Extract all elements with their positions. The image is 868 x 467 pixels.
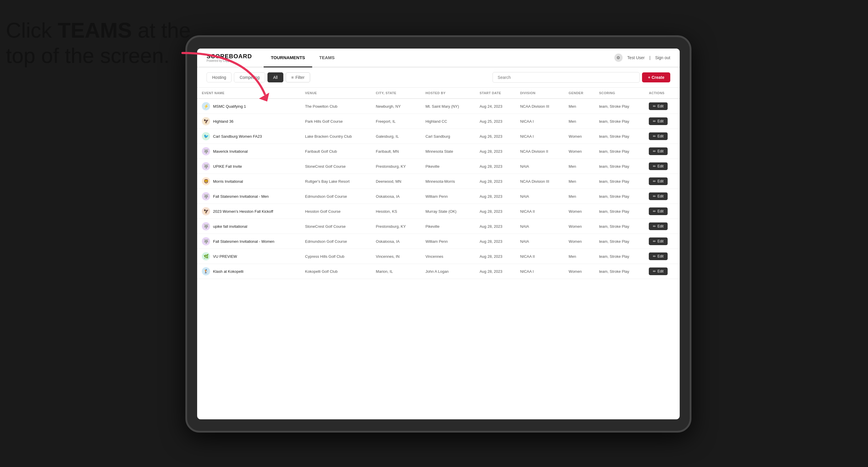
cell-actions-0: ✏ Edit bbox=[644, 99, 680, 114]
col-header-division: DIVISION bbox=[516, 88, 564, 99]
event-name-7: 2023 Women's Hesston Fall Kickoff bbox=[213, 209, 273, 214]
edit-btn-0[interactable]: ✏ Edit bbox=[649, 102, 668, 110]
cell-actions-6: ✏ Edit bbox=[644, 189, 680, 204]
col-header-gender: GENDER bbox=[564, 88, 594, 99]
edit-btn-7[interactable]: ✏ Edit bbox=[649, 208, 668, 215]
cell-division-10: NICAA II bbox=[516, 249, 564, 264]
cell-division-0: NCAA Division III bbox=[516, 99, 564, 114]
nav-signout[interactable]: Sign out bbox=[655, 55, 670, 60]
cell-hosted-9: William Penn bbox=[421, 234, 475, 249]
cell-venue-5: Ruttger's Bay Lake Resort bbox=[301, 174, 371, 189]
table-row: 🦅 Highland 36 Park Hills Golf Course Fre… bbox=[197, 114, 680, 129]
cell-scoring-5: team, Stroke Play bbox=[594, 174, 644, 189]
cell-event-9: 🐺 Fall Statesmen Invitational - Women bbox=[197, 234, 301, 249]
cell-date-11: Aug 28, 2023 bbox=[475, 264, 516, 279]
cell-venue-11: Kokopelli Golf Club bbox=[301, 264, 371, 279]
cell-venue-8: StoneCrest Golf Course bbox=[301, 219, 371, 234]
edit-btn-8[interactable]: ✏ Edit bbox=[649, 222, 668, 230]
cell-venue-2: Lake Bracken Country Club bbox=[301, 129, 371, 144]
edit-btn-10[interactable]: ✏ Edit bbox=[649, 252, 668, 260]
cell-division-3: NCAA Division II bbox=[516, 144, 564, 159]
cell-date-7: Aug 28, 2023 bbox=[475, 204, 516, 219]
team-icon-8: 🐺 bbox=[202, 222, 210, 230]
team-icon-4: 🐺 bbox=[202, 162, 210, 170]
filter-icon: ≡ bbox=[291, 75, 293, 80]
edit-btn-1[interactable]: ✏ Edit bbox=[649, 117, 668, 125]
cell-gender-10: Men bbox=[564, 249, 594, 264]
cell-gender-8: Women bbox=[564, 219, 594, 234]
team-icon-1: 🦅 bbox=[202, 117, 210, 125]
nav-username: Test User bbox=[627, 55, 645, 60]
cell-city-0: Newburgh, NY bbox=[371, 99, 421, 114]
cell-date-1: Aug 25, 2023 bbox=[475, 114, 516, 129]
cell-actions-10: ✏ Edit bbox=[644, 249, 680, 264]
team-icon-6: 🐺 bbox=[202, 192, 210, 200]
team-icon-10: 🌿 bbox=[202, 252, 210, 260]
cell-scoring-2: team, Stroke Play bbox=[594, 129, 644, 144]
edit-btn-9[interactable]: ✏ Edit bbox=[649, 238, 668, 245]
cell-actions-2: ✏ Edit bbox=[644, 129, 680, 144]
cell-city-9: Oskaloosa, IA bbox=[371, 234, 421, 249]
cell-hosted-5: Minnesota-Morris bbox=[421, 174, 475, 189]
cell-hosted-10: Vincennes bbox=[421, 249, 475, 264]
cell-event-1: 🦅 Highland 36 bbox=[197, 114, 301, 129]
col-header-actions: ACTIONS bbox=[644, 88, 680, 99]
cell-event-8: 🐺 upike fall invitational bbox=[197, 219, 301, 234]
edit-btn-2[interactable]: ✏ Edit bbox=[649, 132, 668, 140]
team-icon-7: 🦅 bbox=[202, 207, 210, 215]
create-btn[interactable]: + Create bbox=[642, 72, 670, 83]
edit-btn-6[interactable]: ✏ Edit bbox=[649, 192, 668, 200]
edit-btn-3[interactable]: ✏ Edit bbox=[649, 148, 668, 155]
cell-hosted-4: Pikeville bbox=[421, 159, 475, 174]
cell-scoring-7: team, Stroke Play bbox=[594, 204, 644, 219]
cell-date-10: Aug 28, 2023 bbox=[475, 249, 516, 264]
cell-scoring-4: team, Stroke Play bbox=[594, 159, 644, 174]
cell-city-6: Oskaloosa, IA bbox=[371, 189, 421, 204]
cell-division-11: NICAA I bbox=[516, 264, 564, 279]
filter-dropdown-btn[interactable]: ≡ Filter bbox=[286, 72, 310, 83]
user-icon: ⚙ bbox=[614, 54, 623, 62]
cell-event-4: 🐺 UPIKE Fall Invite bbox=[197, 159, 301, 174]
edit-icon-2: ✏ bbox=[653, 134, 656, 138]
cell-hosted-11: John A Logan bbox=[421, 264, 475, 279]
edit-icon-11: ✏ bbox=[653, 269, 656, 273]
cell-division-8: NAIA bbox=[516, 219, 564, 234]
edit-icon-10: ✏ bbox=[653, 254, 656, 258]
cell-venue-3: Faribault Golf Club bbox=[301, 144, 371, 159]
cell-actions-8: ✏ Edit bbox=[644, 219, 680, 234]
table-row: 🦁 Morris Invitational Ruttger's Bay Lake… bbox=[197, 174, 680, 189]
cell-division-1: NICAA I bbox=[516, 114, 564, 129]
table-row: 🏌️ Klash at Kokopelli Kokopelli Golf Clu… bbox=[197, 264, 680, 279]
cell-venue-0: The Powelton Club bbox=[301, 99, 371, 114]
cell-event-6: 🐺 Fall Statesmen Invitational - Men bbox=[197, 189, 301, 204]
cell-venue-1: Park Hills Golf Course bbox=[301, 114, 371, 129]
event-name-5: Morris Invitational bbox=[213, 179, 243, 184]
cell-scoring-10: team, Stroke Play bbox=[594, 249, 644, 264]
table-row: 🐺 Fall Statesmen Invitational - Women Ed… bbox=[197, 234, 680, 249]
cell-hosted-1: Highland CC bbox=[421, 114, 475, 129]
cell-event-10: 🌿 VU PREVIEW bbox=[197, 249, 301, 264]
cell-venue-7: Hesston Golf Course bbox=[301, 204, 371, 219]
search-input[interactable] bbox=[493, 72, 640, 83]
edit-btn-4[interactable]: ✏ Edit bbox=[649, 162, 668, 170]
edit-icon-0: ✏ bbox=[653, 104, 656, 108]
col-header-hosted: HOSTED BY bbox=[421, 88, 475, 99]
edit-icon-3: ✏ bbox=[653, 149, 656, 153]
edit-btn-5[interactable]: ✏ Edit bbox=[649, 178, 668, 185]
cell-date-5: Aug 28, 2023 bbox=[475, 174, 516, 189]
event-name-11: Klash at Kokopelli bbox=[213, 269, 243, 274]
arrow-indicator bbox=[159, 47, 277, 116]
event-name-10: VU PREVIEW bbox=[213, 254, 237, 259]
cell-scoring-8: team, Stroke Play bbox=[594, 219, 644, 234]
cell-division-7: NICAA II bbox=[516, 204, 564, 219]
nav-teams[interactable]: TEAMS bbox=[312, 49, 342, 67]
table-row: 🐺 upike fall invitational StoneCrest Gol… bbox=[197, 219, 680, 234]
cell-city-10: Vincennes, IN bbox=[371, 249, 421, 264]
edit-btn-11[interactable]: ✏ Edit bbox=[649, 268, 668, 275]
team-icon-5: 🦁 bbox=[202, 177, 210, 185]
cell-city-5: Deerwood, MN bbox=[371, 174, 421, 189]
cell-actions-11: ✏ Edit bbox=[644, 264, 680, 279]
table-row: 🐺 UPIKE Fall Invite StoneCrest Golf Cour… bbox=[197, 159, 680, 174]
nav-links: TOURNAMENTS TEAMS bbox=[264, 49, 614, 67]
cell-hosted-7: Murray State (OK) bbox=[421, 204, 475, 219]
